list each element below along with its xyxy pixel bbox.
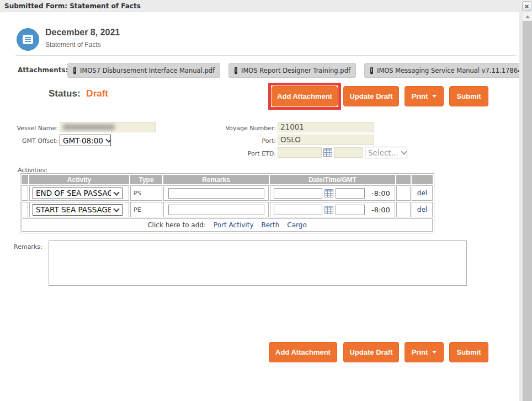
update-draft-button[interactable]: Update Draft	[343, 86, 399, 106]
activity-value: END OF SEA PASSAGE	[36, 189, 111, 197]
date-input[interactable]	[274, 205, 322, 215]
caret-down-icon	[432, 95, 437, 98]
port-etd-time-field[interactable]	[334, 147, 363, 158]
vessel-name-redacted-value	[63, 124, 115, 130]
time-input[interactable]	[336, 205, 365, 215]
submit-label: Submit	[456, 92, 481, 100]
datetime-cell: -8:00	[270, 185, 395, 201]
gmt-offset-value: -8:00	[371, 206, 390, 214]
vertical-scrollbar[interactable]	[523, 12, 532, 401]
update-draft-label: Update Draft	[349, 348, 392, 356]
chevron-down-icon	[401, 148, 407, 154]
type-cell: PS	[130, 185, 162, 201]
chevron-down-icon	[113, 206, 119, 212]
calendar-icon[interactable]	[324, 189, 333, 197]
port-etd-date-field[interactable]	[278, 147, 322, 158]
add-attachment-label: Add Attachment	[277, 92, 332, 100]
form-date-title: December 8, 2021	[45, 28, 120, 38]
activity-cell: START SEA PASSAGE (S	[29, 202, 129, 217]
column-header-datetime: Date/Time/GMT	[270, 175, 395, 184]
voyage-number-field: 21001	[278, 122, 374, 132]
column-header-blank	[22, 175, 28, 184]
attachment-filename: IMOS7 Disbursement Interface Manual.pdf	[80, 67, 215, 74]
print-label: Print	[412, 348, 428, 356]
attachment-chip[interactable]: IMOS7 Disbursement Interface Manual.pdf	[67, 63, 220, 78]
activities-table: Activity Type Remarks Date/Time/GMT END …	[20, 173, 434, 233]
update-draft-button[interactable]: Update Draft	[343, 342, 399, 362]
status-value: Draft	[86, 88, 108, 99]
column-header-activity: Activity	[29, 175, 129, 184]
form-subtitle: Statement of Facts	[45, 41, 101, 49]
delete-row-link[interactable]: del	[417, 206, 427, 213]
dialog-title: Submitted Form: Statement of Facts	[4, 0, 141, 12]
add-port-activity-link[interactable]: Port Activity	[214, 221, 253, 229]
remarks-input[interactable]	[168, 188, 264, 199]
update-draft-label: Update Draft	[349, 92, 392, 100]
attachment-chip[interactable]: IMOS Report Designer Training.pdf	[228, 63, 356, 78]
date-input[interactable]	[274, 188, 322, 199]
delete-cell: del	[412, 185, 433, 201]
status-label: Status:	[49, 88, 81, 99]
gmt-offset-label: GMT Offset:	[0, 137, 58, 145]
delete-cell: del	[412, 202, 433, 217]
activity-select[interactable]: START SEA PASSAGE (S	[33, 204, 123, 216]
vessel-name-label: Vessel Name:	[0, 125, 58, 132]
attachment-chip[interactable]: IMOS Messaging Service Manual v7.11.1786…	[364, 63, 532, 78]
paperclip-icon	[370, 67, 374, 74]
add-attachment-button[interactable]: Add Attachment	[272, 86, 338, 106]
add-row-prefix: Click here to add:	[147, 221, 206, 229]
remarks-cell	[163, 185, 269, 201]
submit-button[interactable]: Submit	[449, 86, 488, 106]
print-button[interactable]: Print	[405, 342, 444, 362]
calendar-icon[interactable]	[323, 148, 332, 157]
delete-row-link[interactable]: del	[417, 189, 427, 197]
row-handle-cell	[22, 202, 28, 217]
vessel-name-field	[60, 122, 156, 132]
attachments-label: Attachments:	[18, 63, 68, 78]
print-button[interactable]: Print	[405, 86, 444, 106]
activity-cell: END OF SEA PASSAGE	[29, 185, 129, 201]
add-cargo-link[interactable]: Cargo	[287, 221, 306, 229]
time-input[interactable]	[336, 188, 365, 199]
document-icon	[22, 34, 34, 45]
add-attachment-label: Add Attachment	[275, 348, 331, 356]
datetime-cell: -8:00	[270, 202, 395, 217]
port-etd-select[interactable]: Select...	[365, 147, 407, 158]
arrow-up-icon	[525, 15, 530, 18]
gmt-offset-select[interactable]: GMT-08:00	[60, 135, 111, 146]
submit-label: Submit	[456, 348, 481, 356]
voyage-number-label: Voyage Number:	[166, 125, 276, 132]
blank-cell	[396, 185, 411, 201]
attachment-filename: IMOS Messaging Service Manual v7.11.1786…	[377, 67, 532, 74]
add-berth-link[interactable]: Berth	[261, 221, 279, 229]
port-etd-select-placeholder: Select...	[368, 148, 398, 157]
dialog-titlebar: Submitted Form: Statement of Facts	[0, 0, 532, 12]
scroll-up-button[interactable]	[523, 12, 532, 21]
submitted-form-dialog: Submitted Form: Statement of Facts × Dec…	[0, 0, 532, 401]
caret-down-icon	[432, 351, 437, 354]
remarks-label: Remarks:	[14, 243, 42, 250]
scrollbar-thumb[interactable]	[523, 21, 532, 401]
port-etd-label: Port ETD:	[166, 150, 276, 157]
remarks-textarea[interactable]	[49, 240, 467, 286]
chevron-down-icon	[113, 189, 119, 195]
column-header-type: Type	[130, 175, 162, 184]
add-attachment-button[interactable]: Add Attachment	[269, 342, 337, 362]
activity-value: START SEA PASSAGE (S	[36, 205, 111, 214]
type-cell: PE	[130, 202, 162, 217]
gmt-offset-value: -8:00	[371, 189, 390, 197]
gmt-offset-value: GMT-08:00	[63, 136, 103, 145]
close-icon: ×	[525, 2, 529, 10]
header-divider	[15, 55, 517, 56]
remarks-cell	[163, 202, 269, 217]
port-label: Port:	[166, 137, 276, 145]
close-button[interactable]: ×	[522, 1, 531, 11]
attachment-list: IMOS7 Disbursement Interface Manual.pdf …	[67, 63, 532, 78]
activity-select[interactable]: END OF SEA PASSAGE	[33, 188, 123, 199]
status-line: Status: Draft	[49, 88, 108, 99]
submit-button[interactable]: Submit	[449, 342, 488, 362]
remarks-input[interactable]	[168, 205, 264, 215]
column-header-remarks: Remarks	[163, 175, 269, 184]
calendar-icon[interactable]	[324, 206, 333, 214]
form-document-icon	[17, 28, 39, 51]
